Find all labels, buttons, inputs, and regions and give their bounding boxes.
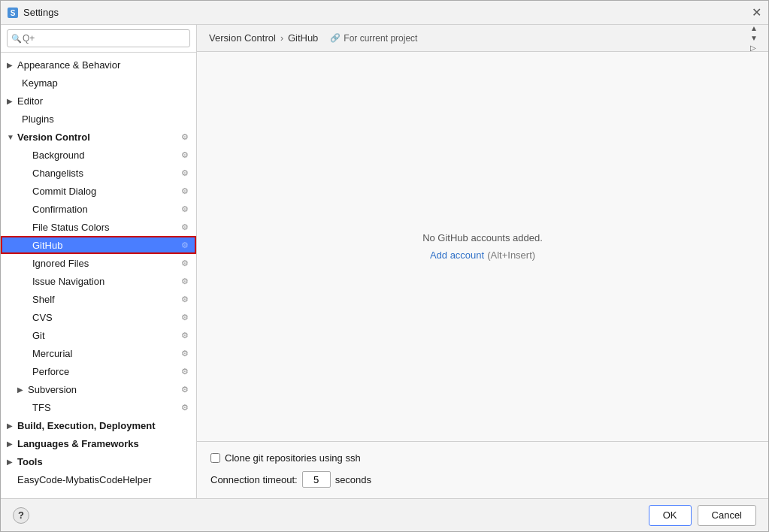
add-account-shortcut: (Alt+Insert) [487,249,535,261]
window-title: Settings [23,7,750,18]
sidebar-item-background[interactable]: Background ⚙ [1,146,196,164]
sidebar-item-label: Shelf [32,294,180,305]
sidebar-item-mercurial[interactable]: Mercurial ⚙ [1,344,196,362]
scroll-right-button[interactable]: ▷ [750,44,758,52]
footer-left: ? [13,507,29,524]
search-box: 🔍 [1,25,196,53]
clone-ssh-label: Clone git repositories using ssh [225,452,361,464]
settings-icon: ⚙ [180,330,190,340]
add-account-row: Add account (Alt+Insert) [430,249,535,261]
sidebar: 🔍 ▶ Appearance & Behavior Keymap ▶ [1,25,197,498]
sidebar-item-label: TFS [32,402,180,413]
sidebar-item-label: CVS [32,312,180,323]
sidebar-item-label: Ignored Files [32,258,180,269]
sidebar-item-label: Background [32,150,180,161]
sidebar-item-label: Tools [17,456,190,467]
sidebar-item-confirmation[interactable]: Confirmation ⚙ [1,200,196,218]
sidebar-item-perforce[interactable]: Perforce ⚙ [1,362,196,380]
sidebar-item-label: Perforce [32,366,180,377]
sidebar-item-label: Build, Execution, Deployment [17,420,190,431]
settings-icon: ⚙ [180,402,190,413]
settings-icon: ⚙ [180,348,190,358]
settings-icon: ⚙ [180,240,190,250]
scroll-up-button[interactable]: ▲ [750,25,758,32]
breadcrumb-bar: Version Control › GitHub For current pro… [197,25,768,52]
breadcrumb-separator: › [280,33,283,44]
breadcrumb-project-label: For current project [344,33,417,44]
timeout-input[interactable] [302,471,331,488]
sidebar-item-commit-dialog[interactable]: Commit Dialog ⚙ [1,182,196,200]
content-area: 🔍 ▶ Appearance & Behavior Keymap ▶ [1,25,768,498]
accounts-section: No GitHub accounts added. Add account (A… [197,52,768,442]
sidebar-item-build-execution[interactable]: ▶ Build, Execution, Deployment [1,416,196,434]
expand-icon: ▶ [7,61,17,69]
sidebar-item-label: Languages & Frameworks [17,438,190,449]
title-bar: S Settings ✕ [1,1,768,25]
settings-icon: ⚙ [180,384,190,394]
sidebar-item-label: Plugins [22,113,190,125]
main-panel: Version Control › GitHub For current pro… [197,25,768,498]
sidebar-item-version-control[interactable]: ▼ Version Control ⚙ [1,128,196,146]
footer: ? OK Cancel [1,498,768,531]
breadcrumb-parent: Version Control [209,32,276,44]
sidebar-item-label: Editor [17,95,190,107]
expand-icon: ▶ [7,440,17,448]
add-account-link[interactable]: Add account [430,249,484,261]
sidebar-item-subversion[interactable]: ▶ Subversion ⚙ [1,380,196,398]
search-icon: 🔍 [11,34,22,44]
sidebar-item-label: Mercurial [32,348,180,359]
sidebar-item-languages[interactable]: ▶ Languages & Frameworks [1,434,196,452]
timeout-unit: seconds [335,474,371,485]
sidebar-item-label: Keymap [22,77,190,89]
settings-window: S Settings ✕ 🔍 ▶ Appearance & Behavior [0,0,769,532]
ok-button[interactable]: OK [649,505,692,526]
settings-icon: ⚙ [180,294,190,304]
sidebar-item-label: EasyCode-MybatisCodeHelper [17,474,190,485]
sidebar-item-github[interactable]: GitHub ⚙ [1,236,196,254]
sidebar-item-tfs[interactable]: TFS ⚙ [1,398,196,416]
sidebar-item-file-status-colors[interactable]: File Status Colors ⚙ [1,218,196,236]
sidebar-item-cvs[interactable]: CVS ⚙ [1,308,196,326]
expand-icon: ▶ [7,422,17,430]
sidebar-item-keymap[interactable]: Keymap [1,74,196,92]
help-button[interactable]: ? [13,507,29,524]
sidebar-item-tools[interactable]: ▶ Tools [1,452,196,470]
timeout-row: Connection timeout: seconds [210,471,755,488]
sidebar-item-ignored-files[interactable]: Ignored Files ⚙ [1,254,196,272]
sidebar-item-shelf[interactable]: Shelf ⚙ [1,290,196,308]
settings-icon: ⚙ [180,276,190,286]
cancel-button[interactable]: Cancel [698,505,756,526]
sidebar-item-label: Changelists [32,168,180,179]
sidebar-item-plugins[interactable]: Plugins [1,110,196,128]
github-settings-section: Clone git repositories using ssh Connect… [197,442,768,498]
app-icon: S [7,7,19,19]
settings-icon: ⚙ [180,150,190,160]
sidebar-item-easycode[interactable]: EasyCode-MybatisCodeHelper [1,470,196,488]
sidebar-item-label: Commit Dialog [32,186,180,197]
sidebar-item-label: Appearance & Behavior [17,59,190,71]
settings-icon: ⚙ [180,204,190,214]
sidebar-item-appearance[interactable]: ▶ Appearance & Behavior [1,56,196,74]
sidebar-item-changelists[interactable]: Changelists ⚙ [1,164,196,182]
scroll-down-button[interactable]: ▼ [750,34,758,42]
sidebar-item-label: Git [32,330,180,341]
settings-tree: ▶ Appearance & Behavior Keymap ▶ Editor … [1,53,196,498]
no-accounts-text: No GitHub accounts added. [422,232,543,243]
breadcrumb-project: For current project [330,33,417,44]
sidebar-item-label: File Status Colors [32,222,180,233]
settings-icon: ⚙ [180,131,190,142]
timeout-label: Connection timeout: [210,474,298,485]
clone-ssh-row: Clone git repositories using ssh [210,452,755,464]
settings-icon: ⚙ [180,366,190,376]
settings-icon: ⚙ [180,186,190,196]
settings-icon: ⚙ [180,312,190,322]
clone-ssh-checkbox[interactable] [210,453,220,463]
close-button[interactable]: ✕ [750,7,762,19]
sidebar-item-git[interactable]: Git ⚙ [1,326,196,344]
search-input[interactable] [7,29,190,47]
sidebar-item-editor[interactable]: ▶ Editor [1,92,196,110]
sidebar-item-label: Issue Navigation [32,276,180,287]
sidebar-item-issue-navigation[interactable]: Issue Navigation ⚙ [1,272,196,290]
settings-icon: ⚙ [180,222,190,232]
svg-text:S: S [11,9,16,17]
